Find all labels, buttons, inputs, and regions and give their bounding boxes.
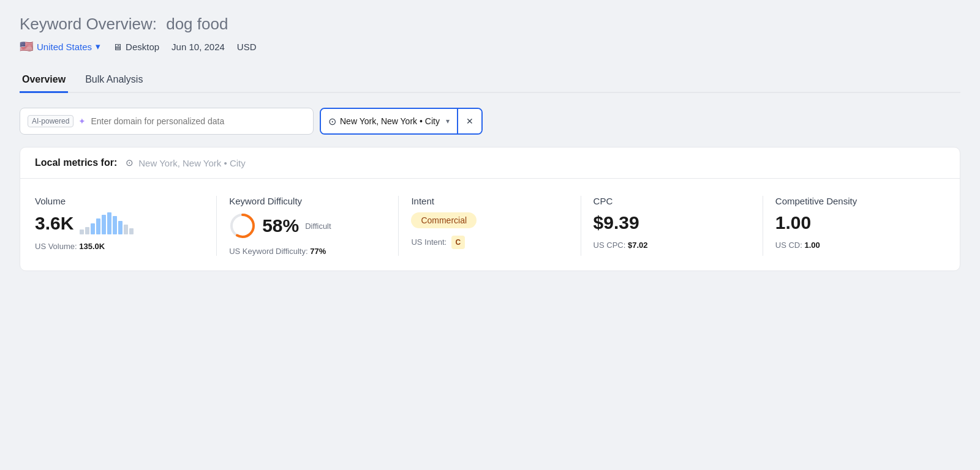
intent-badge: Commercial [411,212,477,228]
bar-5 [102,215,106,234]
title-keyword: dog food [166,15,228,33]
metric-intent: Intent Commercial US Intent: C [399,196,581,256]
cpc-value-row: $9.39 [594,212,750,233]
us-intent-badge: C [451,236,465,249]
cpc-label: CPC [594,196,750,206]
cd-us: US CD: 1.00 [775,241,933,250]
bar-7 [113,216,117,234]
kd-value-row: 58% Difficult [229,212,386,239]
location-selector[interactable]: ⊙ New York, New York • City ▾ ✕ [320,108,483,135]
metric-kd: Keyword Difficulty 58% Difficult US Keyw… [217,196,399,256]
sparkle-icon: ✦ [78,116,86,126]
metrics-card: Local metrics for: ⊙ New York, New York … [20,147,960,271]
kd-value: 58% [262,215,299,236]
cd-label: Competitive Density [775,196,933,206]
metric-cpc: CPC $9.39 US CPC: $7.02 [581,196,763,256]
tabs-container: Overview Bulk Analysis [20,68,960,93]
bar-3 [91,223,95,234]
kd-difficulty-label: Difficult [305,222,331,231]
bar-4 [96,218,100,234]
volume-value-row: 3.6K [35,212,204,234]
volume-bars [80,212,134,234]
currency-label: USD [237,42,257,52]
intent-label: Intent [411,196,568,206]
tab-overview[interactable]: Overview [20,68,68,93]
desktop-icon: 🖥 [113,42,122,52]
kd-circle [229,212,256,239]
intent-us: US Intent: C [411,236,568,249]
date-label: Jun 10, 2024 [172,42,225,52]
page-title: Keyword Overview: dog food [20,15,960,34]
chevron-down-icon: ▾ [96,41,100,52]
local-metrics-location: New York, New York • City [138,158,246,168]
volume-value: 3.6K [35,213,74,234]
location-pin-icon: ⊙ [126,157,134,168]
location-close-button[interactable]: ✕ [457,109,481,133]
domain-input[interactable] [91,116,306,126]
device-selector[interactable]: 🖥 Desktop [113,42,159,52]
location-chevron-icon: ▾ [446,117,450,125]
cpc-us: US CPC: $7.02 [594,241,750,250]
cpc-value: $9.39 [594,212,639,233]
bar-1 [80,229,84,234]
location-label: New York, New York • City [340,116,440,126]
metric-cd: Competitive Density 1.00 US CD: 1.00 [763,196,945,256]
metrics-grid: Volume 3.6K US Volume: 135. [20,179,960,270]
bar-8 [118,221,123,234]
metric-volume: Volume 3.6K US Volume: 135. [35,196,217,256]
bar-2 [85,227,89,234]
cd-value-row: 1.00 [775,212,933,233]
title-prefix: Keyword Overview: [20,15,157,33]
intent-value-row: Commercial [411,212,568,228]
bar-9 [124,225,128,234]
tab-bulk-analysis[interactable]: Bulk Analysis [83,68,145,93]
ai-badge: AI-powered [28,115,74,127]
volume-us: US Volume: 135.0K [35,242,204,251]
country-label: United States [37,42,92,52]
bar-10 [129,228,134,234]
kd-us: US Keyword Difficulty: 77% [229,247,386,256]
flag-icon: 🇺🇸 [20,40,33,53]
location-icon: ⊙ [328,116,336,127]
kd-label: Keyword Difficulty [229,196,386,206]
country-selector[interactable]: 🇺🇸 United States ▾ [20,40,100,53]
cd-value: 1.00 [775,212,811,233]
local-metrics-header: Local metrics for: ⊙ New York, New York … [20,147,960,179]
device-label: Desktop [126,42,159,52]
bar-6 [107,212,111,234]
volume-label: Volume [35,196,204,206]
search-row: AI-powered ✦ ⊙ New York, New York • City… [20,108,960,135]
local-metrics-label: Local metrics for: [35,157,117,168]
meta-row: 🇺🇸 United States ▾ 🖥 Desktop Jun 10, 202… [20,40,960,53]
location-selector-inner[interactable]: ⊙ New York, New York • City ▾ [321,109,457,133]
domain-input-wrapper: AI-powered ✦ [20,108,314,135]
